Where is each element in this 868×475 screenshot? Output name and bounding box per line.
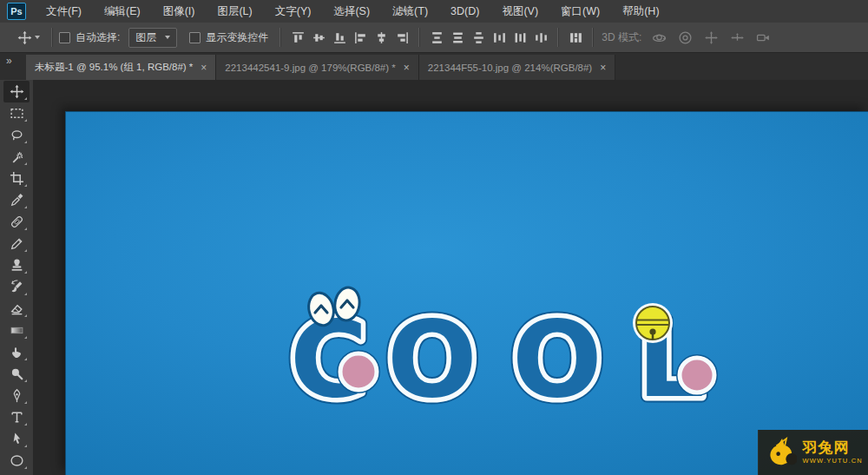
- menu-item-3[interactable]: 图层(L): [206, 0, 263, 23]
- tool-dodge[interactable]: [3, 363, 30, 385]
- cool-word-art: CCOOOOLL: [261, 283, 734, 422]
- tool-gradient[interactable]: [3, 320, 30, 341]
- tool-lasso[interactable]: [3, 124, 30, 146]
- rabbit-logo-icon: [766, 435, 797, 470]
- tool-magic-wand[interactable]: [3, 146, 30, 168]
- clone-stamp-icon: [10, 258, 24, 273]
- show-transform-label: 显示变换控件: [206, 30, 268, 45]
- menu-item-2[interactable]: 图像(I): [152, 0, 207, 23]
- tool-rectangular-marquee[interactable]: [3, 102, 30, 124]
- magic-wand-icon: [10, 149, 24, 164]
- align-right-edges-icon: [395, 30, 410, 45]
- distribute-bottom-edges-button[interactable]: [468, 27, 489, 48]
- distribute-horizontal-centers-icon: [513, 30, 528, 45]
- align-bottom-edges-icon: [332, 30, 347, 45]
- auto-select-label: 自动选择:: [76, 30, 120, 45]
- ellipse-shape-icon: [10, 453, 24, 468]
- tool-preset-caret-icon[interactable]: [35, 36, 40, 39]
- tab-title: 2213442541-9.jpg @ 179%(RGB/8#) *: [225, 63, 395, 73]
- menu-item-7[interactable]: 3D(D): [439, 0, 490, 23]
- collapse-panels-icon[interactable]: »: [6, 55, 11, 67]
- menu-item-9[interactable]: 窗口(W): [549, 0, 611, 23]
- distribute-icons-group: [426, 27, 551, 48]
- 3d-slide-button[interactable]: [727, 27, 747, 48]
- 3d-pan-icon: [704, 30, 719, 45]
- distribute-spacing-button[interactable]: [565, 27, 586, 48]
- separator: [557, 28, 559, 47]
- document-tab-2[interactable]: 221344F55-10.jpg @ 214%(RGB/8#)×: [419, 55, 615, 80]
- tool-move[interactable]: [3, 81, 30, 102]
- tab-close-icon[interactable]: ×: [404, 62, 410, 74]
- align-bottom-edges-button[interactable]: [329, 27, 350, 48]
- distribute-left-edges-button[interactable]: [489, 27, 510, 48]
- pen-icon: [10, 388, 24, 403]
- move-tool-preset-icon[interactable]: [14, 27, 35, 48]
- eraser-icon: [10, 301, 24, 316]
- document-tab-0[interactable]: 未标题-1 @ 95.1% (组 1, RGB/8#) *×: [26, 55, 216, 80]
- tool-pencil[interactable]: [3, 233, 30, 254]
- 3d-zoom-icon: [756, 30, 771, 45]
- align-right-edges-button[interactable]: [391, 27, 412, 48]
- auto-select-checkbox[interactable]: [59, 32, 70, 43]
- tab-close-icon[interactable]: ×: [600, 62, 606, 74]
- 3d-orbit-button[interactable]: [648, 27, 669, 48]
- auto-select-value: 图层: [135, 30, 156, 45]
- history-brush-icon: [10, 280, 24, 294]
- align-icons-group: [287, 27, 412, 48]
- tab-title: 未标题-1 @ 95.1% (组 1, RGB/8#) *: [35, 61, 193, 74]
- menu-item-1[interactable]: 编辑(E): [93, 0, 152, 23]
- align-left-edges-button[interactable]: [350, 27, 371, 48]
- tool-crop[interactable]: [3, 168, 30, 189]
- rectangular-marquee-icon: [10, 106, 24, 121]
- tool-type[interactable]: [3, 406, 30, 428]
- 3d-zoom-button[interactable]: [753, 27, 773, 48]
- path-selection-icon: [10, 432, 24, 446]
- menubar-items: 文件(F)编辑(E)图像(I)图层(L)文字(Y)选择(S)滤镜(T)3D(D)…: [35, 0, 671, 23]
- menu-item-10[interactable]: 帮助(H): [611, 0, 670, 23]
- separator: [51, 28, 53, 47]
- tool-history-brush[interactable]: [3, 276, 30, 298]
- menu-item-6[interactable]: 滤镜(T): [381, 0, 439, 23]
- tool-ellipse-shape[interactable]: [3, 450, 30, 472]
- tab-title: 221344F55-10.jpg @ 214%(RGB/8#): [428, 63, 592, 73]
- move-icon: [10, 84, 24, 99]
- menu-item-0[interactable]: 文件(F): [35, 0, 93, 23]
- show-transform-checkbox[interactable]: [189, 32, 201, 43]
- tool-pen[interactable]: [3, 385, 30, 406]
- menu-item-8[interactable]: 视图(V): [490, 0, 549, 23]
- tool-smudge[interactable]: [3, 341, 30, 363]
- move-icon: [17, 30, 32, 45]
- tool-eraser[interactable]: [3, 298, 30, 320]
- gradient-icon: [10, 323, 24, 338]
- align-vertical-centers-button[interactable]: [308, 27, 329, 48]
- tool-path-selection[interactable]: [3, 428, 30, 450]
- word-letter-O: O: [387, 298, 477, 421]
- photoshop-logo: Ps: [7, 3, 26, 20]
- distribute-vertical-centers-button[interactable]: [447, 27, 468, 48]
- align-left-edges-icon: [353, 30, 368, 45]
- tab-close-icon[interactable]: ×: [201, 62, 207, 74]
- menu-item-5[interactable]: 选择(S): [322, 0, 381, 23]
- menu-item-4[interactable]: 文字(Y): [264, 0, 323, 23]
- distribute-right-edges-button[interactable]: [530, 27, 551, 48]
- 3d-mode-label: 3D 模式:: [602, 30, 641, 45]
- align-horizontal-centers-button[interactable]: [371, 27, 391, 48]
- healing-brush-icon: [10, 214, 24, 229]
- distribute-bottom-edges-icon: [471, 30, 486, 45]
- 3d-pan-button[interactable]: [700, 27, 721, 48]
- distribute-spacing-icon: [569, 30, 583, 45]
- tool-eyedropper[interactable]: [3, 189, 30, 211]
- document-canvas[interactable]: CCOOOOLL: [65, 111, 868, 475]
- auto-select-dropdown[interactable]: 图层: [128, 28, 177, 48]
- distribute-horizontal-centers-button[interactable]: [510, 27, 530, 48]
- distribute-top-edges-icon: [430, 30, 444, 45]
- align-vertical-centers-icon: [312, 30, 326, 45]
- type-icon: [10, 410, 24, 425]
- document-tab-1[interactable]: 2213442541-9.jpg @ 179%(RGB/8#) *×: [216, 55, 418, 80]
- distribute-top-edges-button[interactable]: [426, 27, 447, 48]
- separator: [592, 28, 594, 47]
- tool-clone-stamp[interactable]: [3, 254, 30, 276]
- tool-healing-brush[interactable]: [3, 211, 30, 233]
- align-top-edges-button[interactable]: [287, 27, 308, 48]
- 3d-roll-button[interactable]: [674, 27, 695, 48]
